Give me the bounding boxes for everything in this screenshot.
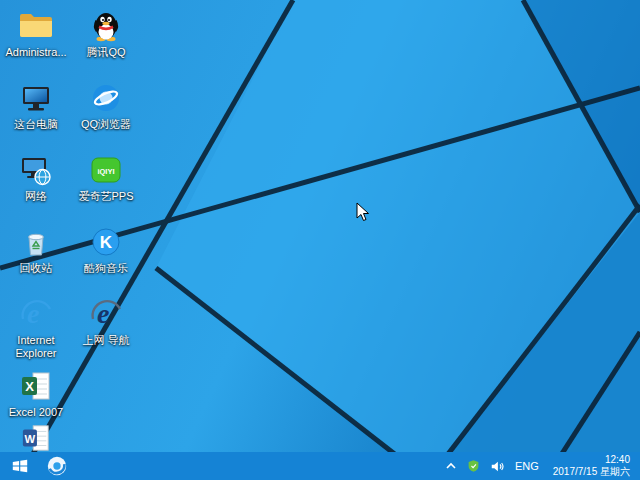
icon-label: 腾讯QQ xyxy=(86,46,125,59)
desktop-icon-kugou-music[interactable]: K 酷狗音乐 xyxy=(72,224,140,275)
icon-label: 上网 导航 xyxy=(82,334,129,347)
icon-label: Administra... xyxy=(5,46,66,59)
internet-explorer-icon: e xyxy=(18,296,54,332)
recycle-bin-icon xyxy=(18,224,54,260)
folder-icon xyxy=(18,8,54,44)
system-tray: ENG 12:40 2017/7/15 星期六 xyxy=(443,452,640,480)
volume-icon[interactable] xyxy=(489,452,505,480)
icon-label: 爱奇艺PPS xyxy=(78,190,133,203)
icon-label: 酷狗音乐 xyxy=(84,262,128,275)
icon-label: 这台电脑 xyxy=(14,118,58,131)
web-navigation-e-icon: e xyxy=(88,296,124,332)
language-indicator[interactable]: ENG xyxy=(512,460,542,472)
desktop-icon-administrator[interactable]: Administra... xyxy=(2,8,70,59)
computer-monitor-icon xyxy=(18,80,54,116)
clock[interactable]: 12:40 2017/7/15 星期六 xyxy=(549,454,634,479)
word-icon: W xyxy=(18,420,54,456)
clock-time: 12:40 xyxy=(605,454,630,467)
qq-penguin-icon xyxy=(88,8,124,44)
svg-text:iQIYI: iQIYI xyxy=(97,167,114,176)
icon-label: QQ浏览器 xyxy=(81,118,131,131)
desktop-icon-this-pc[interactable]: 这台电脑 xyxy=(2,80,70,131)
svg-text:X: X xyxy=(25,379,34,394)
desktop-icon-tencent-qq[interactable]: 腾讯QQ xyxy=(72,8,140,59)
desktop-icon-excel-2007[interactable]: X Excel 2007 xyxy=(2,368,70,419)
taskbar: ENG 12:40 2017/7/15 星期六 xyxy=(0,452,640,480)
icon-label: Excel 2007 xyxy=(9,406,63,419)
icon-label: Internet Explorer xyxy=(2,334,70,359)
qq-browser-icon xyxy=(88,80,124,116)
taskbar-browser-button[interactable] xyxy=(40,452,74,480)
svg-text:K: K xyxy=(100,233,113,252)
kugou-icon: K xyxy=(88,224,124,260)
hidden-icons-chevron[interactable] xyxy=(443,452,459,480)
windows-logo-icon xyxy=(11,457,29,475)
clock-date: 2017/7/15 星期六 xyxy=(553,466,630,479)
excel-icon: X xyxy=(18,368,54,404)
desktop-root: { "desktop": { "icons": [ {"id": "admini… xyxy=(0,0,640,480)
iqiyi-icon: iQIYI xyxy=(88,152,124,188)
desktop-icon-network[interactable]: 网络 xyxy=(2,152,70,203)
security-tray-icon[interactable] xyxy=(466,452,482,480)
icon-label: 回收站 xyxy=(20,262,53,275)
desktop-icon-qq-browser[interactable]: QQ浏览器 xyxy=(72,80,140,131)
desktop-icon-iqiyi-pps[interactable]: iQIYI 爱奇艺PPS xyxy=(72,152,140,203)
network-globe-icon xyxy=(18,152,54,188)
desktop-icon-recycle-bin[interactable]: 回收站 xyxy=(2,224,70,275)
start-button[interactable] xyxy=(0,452,40,480)
svg-text:W: W xyxy=(25,433,36,445)
desktop-icon-web-navigation[interactable]: e 上网 导航 xyxy=(72,296,140,347)
browser-sphere-icon xyxy=(46,455,68,477)
icon-label: 网络 xyxy=(25,190,47,203)
desktop-icon-internet-explorer[interactable]: e Internet Explorer xyxy=(2,296,70,359)
